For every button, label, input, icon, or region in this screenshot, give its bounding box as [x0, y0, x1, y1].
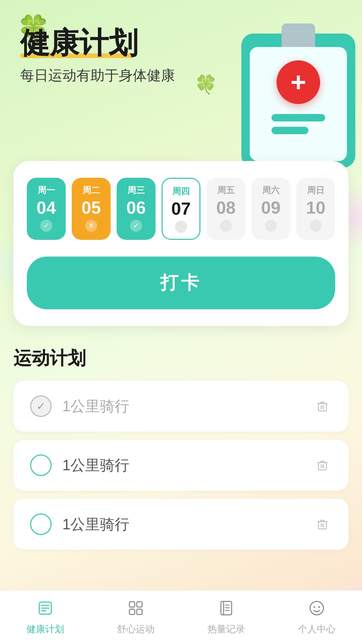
day-item-周六[interactable]: 周六09 — [251, 178, 290, 240]
plan-list-item: 1公里骑行 — [13, 381, 349, 432]
day-item-周日[interactable]: 周日10 — [296, 178, 335, 240]
day-number-1: 05 — [81, 199, 101, 216]
svg-point-28 — [310, 601, 323, 615]
day-status-icon-6 — [310, 220, 322, 232]
bottom-nav: 健康计划舒心运动热量记录个人中心 — [0, 590, 362, 644]
day-number-6: 10 — [306, 199, 325, 216]
app-subtitle: 每日运动有助于身体健康 — [20, 66, 342, 85]
section-title: 运动计划 — [13, 346, 349, 371]
plan-list-item: 1公里骑行 — [13, 499, 349, 550]
day-item-周四[interactable]: 周四07 — [162, 178, 200, 240]
hero-section: 健康计划 每日运动有助于身体健康 + — [0, 0, 362, 168]
day-label-2: 周三 — [127, 184, 145, 196]
nav-label-personal-center: 个人中心 — [298, 623, 336, 636]
day-number-0: 04 — [37, 199, 56, 216]
day-label-0: 周一 — [38, 184, 55, 196]
day-item-周五[interactable]: 周五08 — [206, 178, 245, 240]
day-label-1: 周二 — [82, 184, 100, 196]
nav-label-calorie-record: 热量记录 — [207, 623, 245, 636]
day-label-6: 周日 — [307, 184, 324, 196]
svg-rect-20 — [137, 602, 142, 607]
plan-text-1: 1公里骑行 — [62, 455, 129, 475]
plan-check-0[interactable] — [30, 395, 52, 417]
plan-delete-button-0[interactable] — [313, 397, 332, 416]
day-number-3: 07 — [171, 200, 191, 217]
plan-delete-button-2[interactable] — [313, 515, 332, 534]
plan-text-0: 1公里骑行 — [62, 396, 129, 416]
plan-list-item: 1公里骑行 — [13, 440, 349, 491]
clipboard-lines — [272, 114, 325, 134]
day-label-3: 周四 — [172, 185, 190, 197]
day-status-icon-2: ✓ — [130, 220, 142, 232]
plan-delete-button-1[interactable] — [313, 456, 332, 475]
nav-icon-personal-center — [308, 599, 325, 620]
nav-item-health-plan[interactable]: 健康计划 — [13, 594, 77, 641]
day-item-周三[interactable]: 周三06✓ — [117, 178, 156, 240]
day-item-周一[interactable]: 周一04✓ — [27, 178, 66, 240]
day-label-5: 周六 — [262, 184, 280, 196]
days-row: 周一04✓周二05✕周三06✓周四07周五08周六09周日10 — [27, 178, 335, 240]
nav-label-relax-exercise: 舒心运动 — [117, 623, 155, 636]
svg-point-30 — [318, 606, 320, 608]
day-status-icon-1: ✕ — [85, 220, 97, 232]
nav-label-health-plan: 健康计划 — [26, 623, 64, 636]
nav-item-calorie-record[interactable]: 热量记录 — [194, 594, 258, 641]
day-number-5: 09 — [261, 199, 281, 216]
svg-rect-19 — [129, 602, 135, 607]
weekly-checkin-card: 周一04✓周二05✕周三06✓周四07周五08周六09周日10 打卡 — [13, 161, 349, 326]
day-status-icon-5 — [265, 220, 277, 232]
svg-rect-21 — [129, 609, 135, 614]
day-status-icon-0: ✓ — [40, 220, 52, 232]
checkin-button[interactable]: 打卡 — [27, 257, 335, 309]
day-label-4: 周五 — [217, 184, 235, 196]
day-number-4: 08 — [216, 199, 236, 216]
plan-list: 1公里骑行1公里骑行1公里骑行 — [13, 381, 349, 550]
nav-icon-health-plan — [37, 599, 54, 620]
day-status-icon-3 — [175, 221, 187, 233]
plan-check-1[interactable] — [30, 454, 52, 476]
svg-point-29 — [314, 606, 315, 608]
plan-check-2[interactable] — [30, 514, 52, 535]
nav-icon-relax-exercise — [127, 599, 144, 620]
app-title: 健康计划 — [20, 27, 342, 58]
day-item-周二[interactable]: 周二05✕ — [72, 178, 111, 240]
nav-icon-calorie-record — [218, 599, 235, 620]
svg-rect-22 — [137, 609, 142, 614]
plan-text-2: 1公里骑行 — [62, 515, 129, 534]
nav-item-relax-exercise[interactable]: 舒心运动 — [104, 594, 168, 641]
day-status-icon-4 — [220, 220, 232, 232]
nav-item-personal-center[interactable]: 个人中心 — [285, 594, 349, 641]
day-number-2: 06 — [126, 199, 146, 216]
